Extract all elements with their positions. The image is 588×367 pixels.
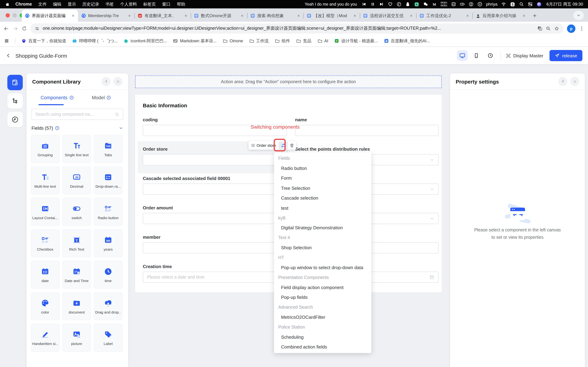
component-card-color[interactable]: color [31, 292, 60, 320]
s-block-icon[interactable] [510, 1, 515, 7]
component-card-checkbox[interactable]: Checkbox [31, 229, 60, 257]
bookmark-item-2[interactable]: iconfont-阿里巴巴... [123, 38, 167, 44]
media-next-icon[interactable] [379, 2, 384, 7]
profile-avatar[interactable]: p [567, 24, 575, 33]
menu-item-1[interactable]: 编辑 [53, 1, 61, 7]
tab-close-icon[interactable] [466, 14, 469, 17]
tab-close-icon[interactable] [409, 14, 413, 17]
photos-icon[interactable] [451, 2, 456, 7]
collapse-chevron-icon[interactable] [119, 126, 123, 130]
component-card-grouping[interactable]: Grouping [31, 135, 60, 163]
component-card-handwritten-si-[interactable]: Handwritten si... [31, 324, 60, 352]
apps-grid-icon[interactable] [4, 38, 9, 43]
menu-item-scheduling[interactable]: Scheduling [274, 332, 371, 342]
tab-close-icon[interactable] [184, 14, 188, 17]
wifi-icon[interactable] [501, 2, 506, 7]
field-select-input[interactable] [143, 154, 287, 165]
minimize-window-button[interactable] [13, 13, 17, 17]
rail-structure-tree-button[interactable] [7, 93, 23, 109]
menu-item-8[interactable]: 帮助 [177, 1, 185, 7]
accessibility-icon[interactable] [468, 2, 473, 7]
component-card-date[interactable]: date [31, 261, 60, 289]
fields-section-header[interactable]: Fields (57) [32, 125, 123, 131]
delete-field-button[interactable] [287, 141, 296, 150]
component-card-radio-button[interactable]: Radio button [94, 198, 122, 226]
bookmark-star-icon[interactable] [554, 26, 559, 31]
menu-item-digital-strategy-demonstration[interactable]: Digital Strategy Demonstration [274, 223, 371, 233]
field-text-input[interactable] [143, 242, 287, 253]
help-icon[interactable] [55, 126, 60, 130]
new-tab-button[interactable] [530, 11, 539, 20]
menu-item-3[interactable]: 历史记录 [82, 1, 99, 7]
tab-close-icon[interactable] [522, 14, 526, 17]
component-card-multi-line-text[interactable]: Multi-line text [31, 166, 60, 194]
menu-item-0[interactable]: 文件 [38, 1, 47, 7]
close-window-button[interactable] [6, 13, 10, 17]
tab-model[interactable]: Model [92, 95, 111, 100]
bookmark-item-10[interactable]: 百度翻译_领先的AI... [384, 38, 430, 44]
component-card-drag-and-drop-[interactable]: Drag and drop... [94, 292, 122, 320]
reload-icon[interactable] [22, 26, 27, 31]
tab-close-icon[interactable] [128, 14, 131, 17]
component-card-rich-text[interactable]: Rich Text [62, 229, 91, 257]
bookmark-item-1[interactable]: 哔哩哔哩 (゜-゜)つ... [72, 38, 118, 44]
menu-item-7[interactable]: 窗口 [162, 1, 171, 7]
back-icon[interactable] [3, 26, 9, 31]
music-note-icon[interactable] [397, 2, 401, 7]
tab-search-chevron[interactable] [573, 11, 584, 20]
component-card-years[interactable]: years [94, 229, 122, 257]
component-card-layout-contai-[interactable]: Layout Contai... [31, 198, 60, 226]
component-card-document[interactable]: document [62, 292, 91, 320]
menubar-user-name[interactable]: phriya [486, 2, 497, 7]
field-select-input[interactable] [143, 213, 287, 224]
menu-item-cascade-selection[interactable]: Cascade selection [274, 193, 371, 203]
browser-b-icon[interactable] [414, 1, 419, 7]
tab-close-icon[interactable] [241, 14, 244, 17]
menu-item-tree-selection[interactable]: Tree Selection [274, 183, 371, 193]
display-master-button[interactable]: Display Master [506, 53, 543, 58]
browser-menu-kebab-icon[interactable] [579, 26, 585, 31]
bookmark-item-4[interactable]: Oinone [223, 38, 243, 43]
component-card-date-and-time[interactable]: Date and Time [62, 261, 91, 289]
help-icon[interactable] [69, 95, 74, 100]
browser-tab-8[interactable]: 应用菜单介绍与操 [473, 10, 529, 22]
browser-tab-6[interactable]: 流程设计器交互优 [360, 10, 416, 22]
menu-item-pop-up-window-to-select-drop-down-data[interactable]: Pop-up window to select drop-down data [274, 263, 371, 273]
menu-item-shop-selection[interactable]: Shop Selection [274, 243, 371, 253]
rail-tools-button[interactable] [7, 112, 23, 127]
menu-item-combined-action-fields[interactable]: Combined action fields [274, 342, 371, 352]
menu-item-2[interactable]: 显示 [68, 1, 76, 7]
browser-tab-3[interactable]: 数式Oinone开源 [191, 10, 247, 22]
site-info-icon[interactable] [35, 26, 40, 31]
bookmark-item-8[interactable]: AI [317, 38, 328, 43]
browser-tab-4[interactable]: 搜索·构你想象 [247, 10, 303, 22]
tab-components[interactable]: Components [41, 95, 74, 100]
bookmark-item-3[interactable]: Markdown 基本语... [173, 38, 216, 44]
component-card-switch[interactable]: switch [62, 198, 91, 226]
pin-panel-button[interactable] [558, 77, 567, 86]
battery-icon[interactable] [460, 2, 465, 7]
bookmark-item-9[interactable]: 设计导航 - 精选最... [334, 38, 378, 44]
release-button[interactable]: release [550, 50, 582, 61]
menu-item-5[interactable]: 个人资料 [120, 1, 137, 7]
bookmark-item-0[interactable]: 百度一下，你就知道 [21, 38, 66, 44]
siri-icon[interactable] [537, 1, 542, 7]
heart-icon[interactable] [388, 2, 393, 7]
menu-item-6[interactable]: 标签页 [143, 1, 156, 7]
menu-item-pop-up-fields[interactable]: Pop-up fields [274, 292, 371, 302]
search-icon[interactable] [519, 2, 524, 7]
menu-item-test[interactable]: test [274, 203, 371, 213]
menu-item-metricso2ocardfilter[interactable]: MetricsO2OCardFilter [274, 312, 371, 322]
menu-item-form[interactable]: Form [274, 173, 371, 183]
address-bar[interactable]: one.oinone.top/page;module=uiDesigner;vi… [30, 23, 563, 33]
component-card-tabs[interactable]: Tabs [94, 135, 122, 163]
close-panel-button[interactable] [113, 77, 122, 86]
page-back-icon[interactable] [6, 53, 11, 58]
desktop-preview-button[interactable] [457, 50, 468, 61]
component-search-input[interactable]: Search using component na... [32, 109, 123, 120]
rail-component-library-button[interactable] [7, 75, 23, 90]
menu-item-4[interactable]: 书签 [105, 1, 114, 7]
bookmark-item-7[interactable]: 竞品 [296, 38, 311, 44]
menu-item-radio-button[interactable]: Radio button [274, 163, 371, 173]
forward-icon[interactable] [13, 26, 18, 31]
